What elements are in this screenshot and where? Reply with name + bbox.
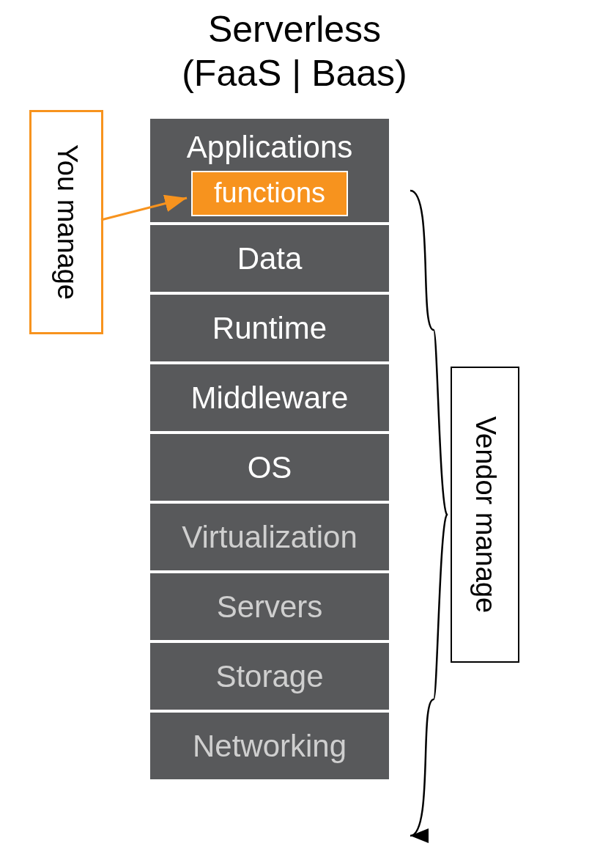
- functions-box: functions: [191, 171, 348, 216]
- diagram-title: Serverless (FaaS | Baas): [0, 7, 589, 95]
- you-manage-box: You manage: [29, 110, 103, 334]
- layer-applications-label: Applications: [187, 130, 352, 165]
- layer-applications: Applications functions: [149, 117, 390, 224]
- layer-stack: Applications functions Data Runtime Midd…: [149, 117, 390, 781]
- layer-os-label: OS: [248, 450, 292, 485]
- vendor-brace-icon: [410, 191, 447, 836]
- vendor-manage-label: Vendor manage: [470, 416, 501, 613]
- layer-runtime-label: Runtime: [212, 311, 327, 346]
- layer-storage-label: Storage: [215, 659, 323, 694]
- layer-networking: Networking: [149, 711, 390, 781]
- vendor-manage-box: Vendor manage: [451, 367, 519, 663]
- layer-data-label: Data: [237, 241, 303, 276]
- layer-os: OS: [149, 433, 390, 502]
- layer-middleware: Middleware: [149, 363, 390, 433]
- layer-virtualization: Virtualization: [149, 502, 390, 572]
- layer-runtime: Runtime: [149, 293, 390, 363]
- layer-networking-label: Networking: [193, 729, 347, 764]
- functions-label: functions: [214, 177, 325, 209]
- layer-servers: Servers: [149, 572, 390, 641]
- layer-middleware-label: Middleware: [191, 380, 349, 416]
- layer-data: Data: [149, 224, 390, 293]
- layer-servers-label: Servers: [217, 589, 323, 625]
- you-manage-label: You manage: [51, 144, 82, 300]
- layer-virtualization-label: Virtualization: [182, 520, 358, 555]
- layer-storage: Storage: [149, 641, 390, 711]
- title-line-1: Serverless: [208, 9, 381, 50]
- title-line-2: (FaaS | Baas): [182, 53, 407, 94]
